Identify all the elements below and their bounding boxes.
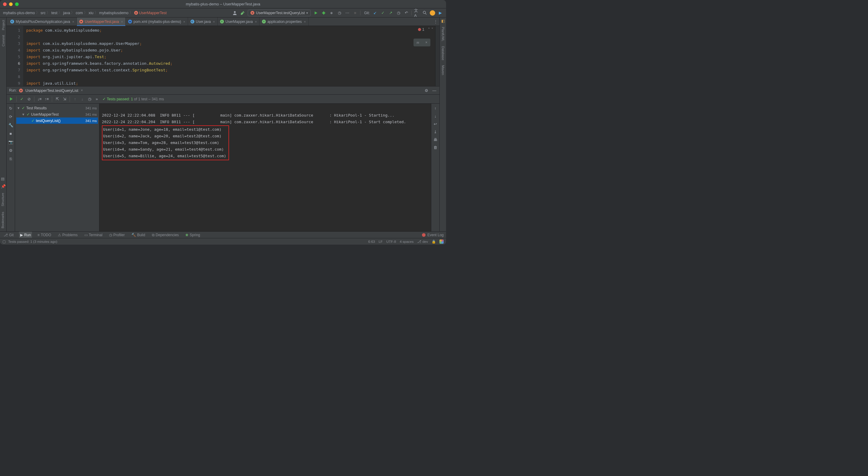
git-commit-icon[interactable]: ✓: [380, 10, 385, 16]
minimize-window-button[interactable]: [9, 2, 13, 6]
breadcrumb-segment[interactable]: src: [41, 11, 46, 15]
soft-wrap-icon[interactable]: ↩: [433, 121, 438, 127]
user-icon[interactable]: [232, 10, 238, 16]
inspection-widget[interactable]: 1 ˄ ˅: [418, 27, 433, 32]
run-configuration-selector[interactable]: ▸ UserMapperTest.testQueryList ▾: [248, 10, 311, 16]
scroll-down-icon[interactable]: ↓: [433, 113, 438, 119]
search-everywhere-icon[interactable]: [422, 10, 427, 16]
chevron-up-icon[interactable]: ˄: [428, 27, 430, 32]
expand-all-icon[interactable]: ⇱: [55, 96, 60, 102]
git-update-icon[interactable]: ↙: [372, 10, 378, 16]
test-history-icon[interactable]: ◷: [87, 96, 92, 102]
ide-settings-icon[interactable]: ▶: [438, 10, 443, 16]
show-passed-toggle[interactable]: ✓: [19, 96, 24, 102]
more-icon[interactable]: »: [94, 96, 99, 102]
sort-desc-icon[interactable]: ↑≡: [44, 96, 50, 102]
maven-tool-button[interactable]: Maven: [441, 64, 445, 76]
git-branch[interactable]: ⎇ dev: [417, 240, 428, 244]
stop-process-icon[interactable]: ■: [8, 131, 13, 136]
terminal-tab[interactable]: ▭Terminal: [83, 232, 104, 238]
breadcrumb-segment[interactable]: mybatis-plus-demo: [3, 11, 35, 15]
code-line[interactable]: import org.springframework.boot.test.con…: [26, 67, 435, 73]
close-tab-icon[interactable]: ×: [72, 20, 74, 24]
floating-toolbar[interactable]: m ×: [413, 38, 430, 46]
commit-tool-button[interactable]: Commit: [1, 34, 5, 47]
next-failed-icon[interactable]: ↓: [80, 96, 85, 102]
profile-button[interactable]: ◷: [337, 10, 342, 16]
git-history-icon[interactable]: ◷: [396, 10, 401, 16]
line-ending[interactable]: LF: [378, 240, 382, 244]
breadcrumb-segment[interactable]: java: [63, 11, 70, 15]
editor-tab[interactable]: IUserMapper.java×: [218, 18, 259, 26]
todo-tab[interactable]: ≡TODO: [36, 232, 52, 238]
close-icon[interactable]: ×: [425, 40, 427, 44]
database-tool-button[interactable]: Database: [441, 45, 445, 61]
problems-tab[interactable]: ⚠Problems: [57, 232, 79, 238]
wrench-icon[interactable]: 🔧: [8, 122, 13, 128]
close-run-tab-icon[interactable]: ×: [81, 88, 83, 93]
plantuml-tool-button[interactable]: PlantUML: [441, 26, 445, 42]
close-tab-icon[interactable]: ×: [183, 20, 185, 24]
build-hammer-icon[interactable]: [240, 10, 245, 16]
close-window-button[interactable]: [3, 2, 7, 6]
chevron-down-icon[interactable]: ˅: [431, 27, 433, 32]
run-button[interactable]: [313, 10, 318, 16]
test-tree-node[interactable]: ▾✓ Test Results341 ms: [16, 105, 98, 111]
line-number[interactable]: 5: [8, 54, 20, 60]
coverage-button[interactable]: ⎈: [329, 10, 334, 16]
line-number[interactable]: 2: [8, 34, 20, 40]
test-tree-node[interactable]: ▾✓ UserMapperTest341 ms: [16, 111, 98, 118]
close-tab-icon[interactable]: ×: [304, 20, 306, 24]
git-push-icon[interactable]: ↗: [388, 10, 393, 16]
editor-tab[interactable]: CMybatisPlusDemoApplication.java×: [8, 18, 77, 26]
run-settings-icon[interactable]: ⚙: [424, 88, 429, 93]
close-tab-icon[interactable]: ×: [121, 20, 123, 24]
show-ignored-toggle[interactable]: ⊘: [26, 96, 32, 102]
scroll-up-icon[interactable]: ↑: [433, 105, 438, 111]
print-icon[interactable]: 🖶: [433, 137, 438, 142]
line-number[interactable]: 3: [8, 40, 20, 47]
line-number[interactable]: 9: [8, 80, 20, 86]
quick-access-icon[interactable]: ▢: [2, 240, 6, 244]
code-line[interactable]: [26, 73, 435, 80]
close-tab-icon[interactable]: ×: [255, 20, 257, 24]
translate-icon[interactable]: 文A: [414, 10, 420, 16]
code-line[interactable]: import com.xiu.mybatisplusdemo.mapper.Us…: [26, 40, 435, 47]
rerun-failed-icon[interactable]: ↻: [8, 105, 13, 111]
prev-failed-icon[interactable]: ↑: [72, 96, 78, 102]
minimize-panel-icon[interactable]: —: [432, 88, 437, 93]
lock-icon[interactable]: 🔒: [432, 240, 436, 244]
dependencies-tab[interactable]: ⧉Dependencies: [151, 232, 180, 238]
toggle-auto-test-icon[interactable]: ⟳: [8, 114, 13, 119]
breadcrumb[interactable]: mybatis-plus-demo〉src〉test〉java〉com〉xiu〉…: [3, 10, 167, 15]
code-line[interactable]: [26, 34, 435, 40]
test-tree-node[interactable]: ✓ testQueryList()341 ms: [16, 118, 98, 124]
line-number[interactable]: 4: [8, 47, 20, 54]
collapse-all-icon[interactable]: ⇲: [62, 96, 67, 102]
tree-expand-icon[interactable]: ▾: [18, 106, 21, 110]
project-tool-button[interactable]: Project: [1, 19, 5, 31]
notifications-icon[interactable]: ◧: [441, 19, 445, 23]
breadcrumb-segment[interactable]: test: [51, 11, 57, 15]
stop-button[interactable]: ■: [352, 10, 358, 16]
editor-tab[interactable]: mpom.xml (mybatis-plus-demo)×: [126, 18, 188, 26]
breadcrumb-segment[interactable]: xiu: [89, 11, 93, 15]
code-line[interactable]: import java.util.List;: [26, 80, 435, 86]
maximize-window-button[interactable]: [15, 2, 19, 6]
close-tab-icon[interactable]: ×: [213, 20, 215, 24]
profiler-tab[interactable]: ◷Profiler: [108, 232, 126, 238]
run-tab[interactable]: ▶Run: [19, 232, 32, 238]
line-number[interactable]: 6: [8, 60, 20, 67]
bookmarks-tool-button[interactable]: Bookmarks: [1, 211, 6, 229]
dump-threads-icon[interactable]: 📷: [8, 139, 13, 145]
avatar[interactable]: [430, 10, 435, 16]
sort-asc-icon[interactable]: ↓≡: [37, 96, 42, 102]
code-line[interactable]: import com.xiu.mybatisplusdemo.pojo.User…: [26, 47, 435, 54]
settings-icon[interactable]: ⚙: [8, 148, 13, 153]
file-encoding[interactable]: UTF-8: [386, 240, 396, 244]
git-tab[interactable]: ⎇Git: [2, 232, 15, 238]
editor-tab[interactable]: CUser.java×: [188, 18, 218, 26]
memory-indicator-icon[interactable]: [439, 240, 444, 244]
code-editor[interactable]: 123456789 package com.xiu.mybatisplusdem…: [7, 26, 439, 86]
build-tab[interactable]: 🔨Build: [130, 232, 147, 238]
